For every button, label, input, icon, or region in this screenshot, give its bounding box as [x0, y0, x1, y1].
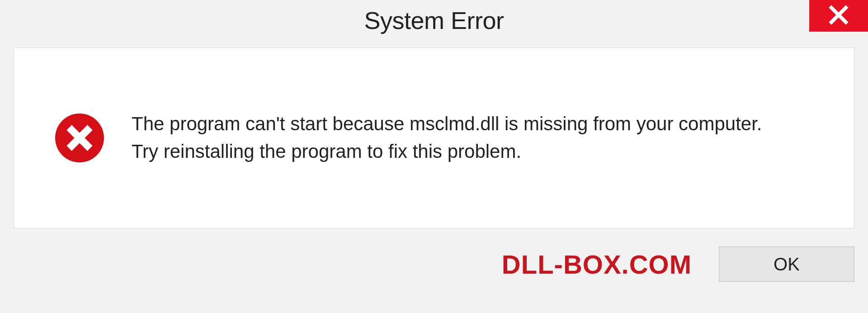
dialog-footer: DLL-BOX.COM OK [14, 247, 854, 282]
close-button[interactable] [809, 0, 868, 32]
dialog-title: System Error [364, 6, 504, 34]
ok-button[interactable]: OK [719, 247, 854, 282]
error-message-line2: Try reinstalling the program to fix this… [132, 138, 827, 166]
watermark-text: DLL-BOX.COM [502, 249, 692, 280]
dialog-titlebar: System Error [0, 0, 868, 41]
dialog-content: The program can't start because msclmd.d… [14, 47, 854, 228]
error-icon [55, 113, 104, 163]
close-icon [829, 5, 849, 27]
error-message-line1: The program can't start because msclmd.d… [132, 110, 827, 138]
error-message: The program can't start because msclmd.d… [132, 110, 827, 166]
